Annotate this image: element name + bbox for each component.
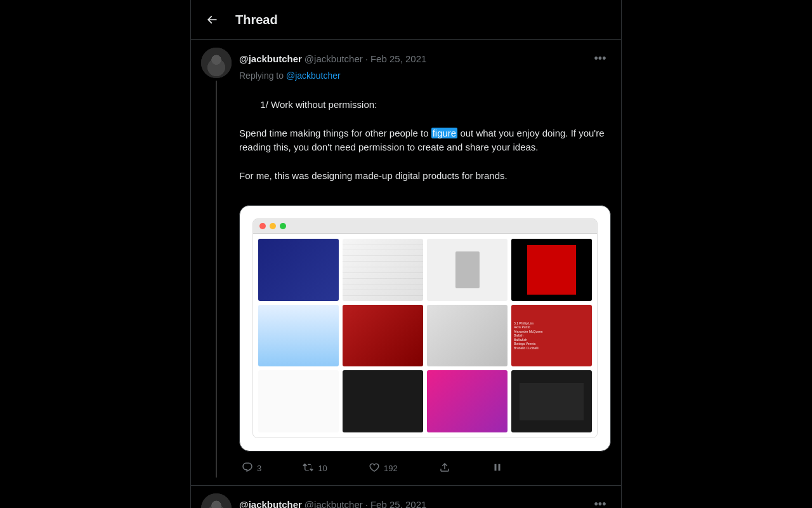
svg-rect-0 [201, 48, 232, 78]
tweet-content: @jackbutcher @jackbutcher · Feb 25, 2021… [239, 48, 611, 478]
share-icon [439, 462, 450, 475]
grid-cell-1 [258, 239, 339, 301]
svg-rect-11 [213, 505, 219, 507]
thread-connector-line [216, 81, 217, 478]
pause-icon [492, 462, 503, 475]
display-name-2: @jackbutcher [239, 499, 302, 508]
highlighted-word: figure [431, 128, 458, 138]
svg-rect-5 [209, 63, 224, 73]
timestamp: Feb 25, 2021 [370, 53, 426, 64]
grid-cell-9 [258, 370, 339, 432]
retweet-icon [303, 462, 314, 475]
tweet-actions: 3 10 192 [239, 459, 506, 478]
bookmark-button[interactable] [489, 459, 506, 478]
avatar-column-2 [201, 493, 232, 508]
user-info: @jackbutcher @jackbutcher · Feb 25, 2021 [239, 53, 426, 64]
tweet-header-row: @jackbutcher @jackbutcher · Feb 25, 2021… [239, 48, 611, 69]
grid-cell-11 [427, 370, 508, 432]
avatar [201, 48, 232, 78]
tweet-2-content: @jackbutcher @jackbutcher · Feb 25, 2021… [239, 493, 611, 508]
portfolio-grid: 3.1 Phillip LimAkris PuntoAlexander McQu… [258, 239, 592, 432]
grid-cell-6 [343, 305, 423, 367]
grid-cell-3 [427, 239, 508, 301]
tweet-text: 1/ Work without permission: Spend time m… [239, 83, 611, 197]
avatar-column [201, 48, 232, 478]
avatar-2 [201, 493, 232, 508]
grid-cell-10 [343, 370, 423, 432]
more-options-button[interactable]: ••• [589, 48, 611, 69]
retweet-button[interactable]: 10 [300, 459, 329, 478]
grid-cell-7 [427, 305, 508, 367]
browser-content: 3.1 Phillip LimAkris PuntoAlexander McQu… [253, 234, 597, 438]
like-icon [369, 462, 380, 475]
svg-rect-2 [213, 55, 215, 58]
tweet-image: 3.1 Phillip LimAkris PuntoAlexander McQu… [239, 205, 611, 451]
thread-header: Thread [191, 0, 621, 40]
replying-to: Replying to @jackbutcher [239, 70, 611, 81]
grid-cell-12 [511, 370, 592, 432]
reply-button[interactable]: 3 [239, 459, 264, 478]
svg-rect-6 [211, 65, 221, 72]
svg-rect-1 [211, 54, 221, 63]
like-button[interactable]: 192 [366, 459, 400, 478]
reply-icon [242, 462, 253, 475]
browser-toolbar [253, 219, 597, 234]
separator-dot: · [365, 53, 368, 64]
tweet-1: @jackbutcher @jackbutcher · Feb 25, 2021… [191, 40, 621, 486]
reply-count: 3 [257, 464, 261, 473]
svg-rect-4 [213, 60, 219, 62]
grid-cell-8: 3.1 Phillip LimAkris PuntoAlexander McQu… [511, 305, 592, 367]
svg-rect-3 [218, 55, 220, 58]
svg-rect-9 [213, 501, 215, 504]
grid-cell-4 [511, 239, 592, 301]
grid-cell-5 [258, 305, 339, 367]
tweet-2-header: @jackbutcher @jackbutcher · Feb 25, 2021… [239, 493, 611, 508]
svg-rect-8 [211, 500, 221, 508]
browser-minimize-dot [270, 223, 276, 229]
replying-to-user-link[interactable]: @jackbutcher [286, 70, 341, 81]
tweet-2: @jackbutcher @jackbutcher · Feb 25, 2021… [191, 486, 621, 508]
username: @jackbutcher [304, 53, 363, 64]
username-2: @jackbutcher [304, 499, 363, 508]
share-button[interactable] [436, 459, 453, 478]
like-count: 192 [384, 464, 398, 473]
back-button[interactable] [201, 9, 223, 30]
retweet-count: 10 [318, 464, 327, 473]
svg-rect-10 [218, 501, 220, 504]
browser-mockup: 3.1 Phillip LimAkris PuntoAlexander McQu… [252, 218, 598, 438]
display-name: @jackbutcher [239, 53, 302, 64]
grid-cell-2 [343, 239, 423, 301]
tweet-text-before: 1/ Work without permission: Spend time m… [239, 99, 431, 138]
separator-dot-2: · [365, 499, 368, 508]
browser-close-dot [259, 223, 266, 229]
timestamp-2: Feb 25, 2021 [370, 499, 426, 508]
thread-panel: Thread @jack [190, 0, 622, 508]
browser-maximize-dot [280, 223, 286, 229]
more-options-button-2[interactable]: ••• [589, 493, 611, 508]
page-title: Thread [235, 13, 278, 27]
svg-rect-7 [201, 493, 232, 508]
grid-cell-8-text: 3.1 Phillip LimAkris PuntoAlexander McQu… [514, 321, 589, 351]
user-info-2: @jackbutcher @jackbutcher · Feb 25, 2021 [239, 499, 426, 508]
